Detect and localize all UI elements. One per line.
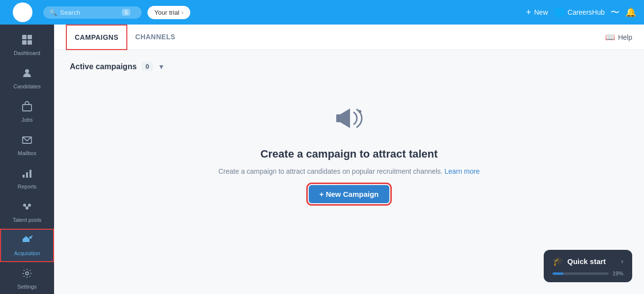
logo-icon <box>13 2 32 22</box>
mortarboard-icon: 🎓 <box>553 256 563 267</box>
empty-state-title: Create a campaign to attract talent <box>261 148 438 160</box>
dashboard-icon <box>22 34 32 48</box>
svg-point-0 <box>16 7 29 17</box>
sidebar-item-mailbox[interactable]: Mailbox <box>0 129 54 162</box>
trial-button[interactable]: Your trial › <box>147 6 190 19</box>
plus-icon: + <box>526 7 531 18</box>
empty-state: Create a campaign to attract talent Crea… <box>70 101 628 203</box>
new-campaign-button[interactable]: + New Campaign <box>309 185 389 203</box>
svg-point-19 <box>358 110 361 113</box>
new-action[interactable]: + New <box>526 7 548 18</box>
trial-chevron-icon: › <box>182 10 183 15</box>
progress-row: 19% <box>553 270 623 276</box>
svg-rect-1 <box>22 35 27 39</box>
megaphone-icon <box>331 101 367 141</box>
progress-bar-fill <box>553 272 563 275</box>
tab-channels[interactable]: CHANNELS <box>127 25 183 50</box>
talent-pools-icon <box>22 201 32 214</box>
jobs-icon <box>22 101 32 114</box>
svg-point-16 <box>26 272 29 275</box>
chevron-right-icon: › <box>621 257 623 265</box>
sidebar-item-acquisition[interactable]: Acquisition <box>0 229 54 262</box>
sidebar-item-candidates[interactable]: Candidates <box>0 62 54 95</box>
svg-line-15 <box>31 236 32 237</box>
mailbox-icon <box>22 134 32 148</box>
progress-bar-bg <box>553 272 609 275</box>
search-box[interactable]: 🔍 S <box>43 6 142 19</box>
globe-icon: 🌐 <box>554 7 565 18</box>
tab-campaigns[interactable]: CAMPAIGNS <box>66 25 127 50</box>
search-shortcut: S <box>122 9 130 16</box>
svg-rect-2 <box>28 35 32 39</box>
sidebar-item-reports[interactable]: Reports <box>0 162 54 195</box>
active-campaigns-label: Active campaigns <box>70 62 137 71</box>
quick-start-widget[interactable]: 🎓 Quick start › 19% <box>544 250 632 282</box>
svg-rect-8 <box>23 175 25 178</box>
waveform-icon[interactable]: 〜 <box>611 6 619 18</box>
search-icon: 🔍 <box>49 9 57 16</box>
tab-bar: CAMPAIGNS CHANNELS 📖 Help <box>54 25 644 50</box>
sidebar-item-talent-pools[interactable]: Talent pools <box>0 195 54 229</box>
empty-state-desc: Create a campaign to attract candidates … <box>218 167 480 175</box>
acquisition-icon <box>22 235 32 248</box>
svg-rect-9 <box>26 172 28 178</box>
dropdown-arrow-icon[interactable]: ▼ <box>158 63 165 71</box>
reports-icon <box>22 168 32 181</box>
candidates-icon <box>22 68 32 81</box>
search-input[interactable] <box>60 9 119 16</box>
sidebar-item-settings[interactable]: Settings <box>0 262 54 294</box>
book-icon: 📖 <box>605 32 615 42</box>
progress-label: 19% <box>613 270 623 276</box>
settings-icon <box>22 268 32 281</box>
svg-rect-10 <box>29 170 31 178</box>
svg-rect-3 <box>22 40 27 45</box>
careers-hub[interactable]: 🌐 CareersHub <box>554 7 605 18</box>
top-nav: 🔍 S Your trial › + New 🌐 CareersHub 〜 🔔 <box>0 0 644 25</box>
sidebar: Dashboard Candidates Jobs <box>0 25 54 294</box>
quick-start-top: 🎓 Quick start › <box>553 256 623 267</box>
svg-point-14 <box>29 237 32 239</box>
svg-rect-4 <box>28 40 32 45</box>
sidebar-item-dashboard[interactable]: Dashboard <box>0 28 54 62</box>
sidebar-item-jobs[interactable]: Jobs <box>0 95 54 129</box>
svg-rect-6 <box>23 105 31 111</box>
learn-more-link[interactable]: Learn more <box>444 167 480 175</box>
help-button[interactable]: 📖 Help <box>605 32 632 42</box>
logo[interactable] <box>8 2 37 22</box>
count-badge: 0 <box>142 62 153 71</box>
svg-point-5 <box>25 69 29 73</box>
active-campaigns-bar: Active campaigns 0 ▼ <box>70 62 628 71</box>
bell-icon[interactable]: 🔔 <box>625 7 636 18</box>
